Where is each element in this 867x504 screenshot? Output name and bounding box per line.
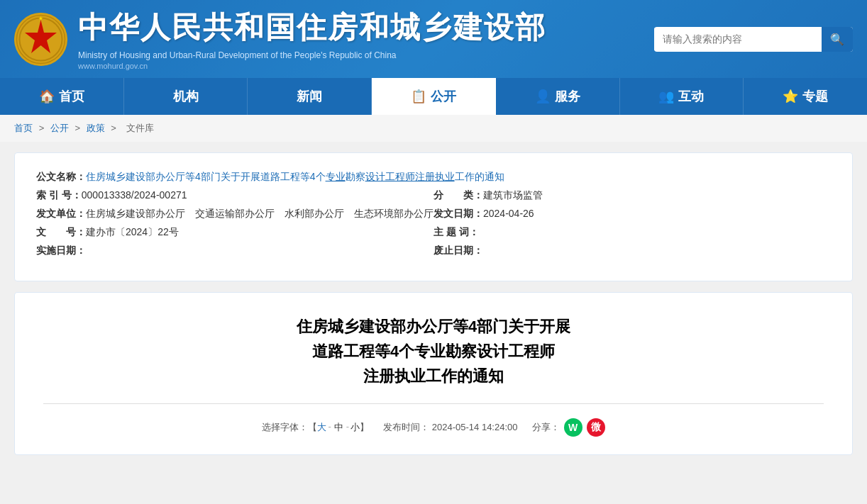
share-wechat-button[interactable]: W bbox=[564, 418, 582, 437]
search-button[interactable]: 🔍 bbox=[822, 27, 853, 52]
header-search: 🔍 bbox=[654, 27, 853, 52]
doc-category-label: 分 类： bbox=[434, 189, 483, 202]
interact-icon: 👥 bbox=[658, 89, 674, 104]
doc-grid: 索 引 号： 000013338/2024-00271 发文单位： 住房城乡建设… bbox=[36, 189, 831, 263]
logo bbox=[14, 13, 67, 66]
nav-item-org[interactable]: 机构 bbox=[124, 78, 248, 115]
nav-item-special[interactable]: ⭐ 专题 bbox=[744, 78, 867, 115]
nav-label-news: 新闻 bbox=[297, 88, 322, 105]
font-mid-button[interactable]: 中 bbox=[334, 421, 343, 434]
nav-label-home: 首页 bbox=[59, 88, 84, 105]
doc-issuer-row: 发文单位： 住房城乡建设部办公厅 交通运输部办公厅 水利部办公厅 生态环境部办公… bbox=[36, 208, 434, 220]
weibo-icon: 微 bbox=[591, 421, 601, 434]
doc-no-value: 建办市〔2024〕22号 bbox=[86, 226, 179, 239]
doc-col-right: 分 类： 建筑市场监管 发文日期： 2024-04-26 主 题 词： 废止日期… bbox=[434, 189, 831, 263]
article-title: 住房城乡建设部办公厅等4部门关于开展 道路工程等4个专业勘察设计工程师 注册执业… bbox=[43, 314, 824, 389]
pub-date: 2024-05-14 14:24:00 bbox=[432, 422, 518, 432]
header-title-cn: 中华人民共和国住房和城乡建设部 bbox=[78, 8, 546, 47]
doc-ref-value: 000013338/2024-00271 bbox=[82, 189, 187, 201]
share-section: 分享： W 微 bbox=[532, 418, 605, 437]
public-icon: 📋 bbox=[411, 89, 426, 104]
doc-expire-row: 废止日期： bbox=[434, 245, 831, 257]
doc-no-row: 文 号： 建办市〔2024〕22号 bbox=[36, 226, 434, 239]
doc-title-link[interactable]: 住房城乡建设部办公厅等4部门关于开展道路工程等4个专业勘察设计工程师注册执业工作… bbox=[86, 171, 504, 182]
wechat-icon: W bbox=[568, 422, 578, 433]
doc-subject-label: 主 题 词： bbox=[434, 226, 479, 239]
search-input[interactable] bbox=[654, 28, 822, 50]
doc-date-label: 发文日期： bbox=[434, 208, 483, 220]
font-large-button[interactable]: 大 bbox=[317, 421, 326, 434]
breadcrumb-home[interactable]: 首页 bbox=[14, 123, 33, 133]
content-wrap: 公文名称： 住房城乡建设部办公厅等4部门关于开展道路工程等4个专业勘察设计工程师… bbox=[0, 142, 867, 466]
article-meta: 选择字体： 【 大 - 中 - 小 】 发布时间： 2024-05-14 14:… bbox=[43, 418, 824, 437]
share-weibo-button[interactable]: 微 bbox=[587, 418, 605, 437]
main-nav: 🏠 首页 机构 新闻 📋 公开 👤 服务 👥 互动 ⭐ 专题 bbox=[0, 78, 867, 115]
nav-item-service[interactable]: 👤 服务 bbox=[496, 78, 620, 115]
special-icon: ⭐ bbox=[783, 89, 798, 104]
header-url: www.mohurd.gov.cn bbox=[78, 62, 546, 70]
doc-impl-label: 实施日期： bbox=[36, 245, 86, 257]
doc-no-label: 文 号： bbox=[36, 226, 86, 239]
doc-date-value: 2024-04-26 bbox=[483, 208, 534, 219]
doc-title-row: 公文名称： 住房城乡建设部办公厅等4部门关于开展道路工程等4个专业勘察设计工程师… bbox=[36, 171, 831, 184]
breadcrumb-policy[interactable]: 政策 bbox=[87, 123, 105, 133]
doc-subject-row: 主 题 词： bbox=[434, 226, 831, 239]
article-card: 住房城乡建设部办公厅等4部门关于开展 道路工程等4个专业勘察设计工程师 注册执业… bbox=[14, 292, 853, 455]
doc-title-label: 公文名称： bbox=[36, 171, 86, 184]
nav-item-interact[interactable]: 👥 互动 bbox=[620, 78, 744, 115]
nav-label-public: 公开 bbox=[431, 88, 456, 105]
doc-expire-label: 废止日期： bbox=[434, 245, 483, 257]
doc-col-left: 索 引 号： 000013338/2024-00271 发文单位： 住房城乡建设… bbox=[36, 189, 434, 263]
header-logo-title: 中华人民共和国住房和城乡建设部 Ministry of Housing and … bbox=[14, 8, 546, 70]
doc-issuer-value: 住房城乡建设部办公厅 交通运输部办公厅 水利部办公厅 生态环境部办公厅 bbox=[86, 208, 434, 220]
doc-ref-row: 索 引 号： 000013338/2024-00271 bbox=[36, 189, 434, 202]
doc-date-row: 发文日期： 2024-04-26 bbox=[434, 208, 831, 220]
service-icon: 👤 bbox=[535, 89, 551, 104]
nav-label-org: 机构 bbox=[173, 88, 199, 105]
nav-item-public[interactable]: 📋 公开 bbox=[372, 78, 496, 115]
pub-time: 发布时间： 2024-05-14 14:24:00 bbox=[383, 421, 517, 434]
breadcrumb-current: 文件库 bbox=[126, 123, 154, 133]
nav-label-special: 专题 bbox=[802, 88, 828, 105]
pub-label: 发布时间： bbox=[383, 422, 429, 432]
article-title-line2: 道路工程等4个专业勘察设计工程师 bbox=[43, 339, 824, 364]
font-small-button[interactable]: 小 bbox=[350, 421, 360, 434]
font-bracket-close: 】 bbox=[360, 421, 369, 434]
doc-category-value: 建筑市场监管 bbox=[483, 189, 543, 202]
page-header: 中华人民共和国住房和城乡建设部 Ministry of Housing and … bbox=[0, 0, 867, 78]
article-title-line1: 住房城乡建设部办公厅等4部门关于开展 bbox=[43, 314, 824, 339]
doc-title-value: 住房城乡建设部办公厅等4部门关于开展道路工程等4个专业勘察设计工程师注册执业工作… bbox=[86, 171, 504, 184]
article-title-line3: 注册执业工作的通知 bbox=[43, 364, 824, 388]
header-title-en: Ministry of Housing and Urban-Rural Deve… bbox=[78, 50, 546, 60]
breadcrumb-public[interactable]: 公开 bbox=[50, 123, 69, 133]
font-bracket-open: 【 bbox=[308, 421, 317, 434]
doc-category-row: 分 类： 建筑市场监管 bbox=[434, 189, 831, 202]
doc-info-card: 公文名称： 住房城乡建设部办公厅等4部门关于开展道路工程等4个专业勘察设计工程师… bbox=[14, 152, 853, 281]
home-icon: 🏠 bbox=[39, 89, 55, 104]
font-label: 选择字体： bbox=[262, 421, 308, 434]
header-title-block: 中华人民共和国住房和城乡建设部 Ministry of Housing and … bbox=[78, 8, 546, 70]
nav-item-home[interactable]: 🏠 首页 bbox=[0, 78, 124, 115]
doc-impl-row: 实施日期： bbox=[36, 245, 434, 257]
nav-item-news[interactable]: 新闻 bbox=[248, 78, 372, 115]
nav-label-interact: 互动 bbox=[678, 88, 704, 105]
font-size-selector: 选择字体： 【 大 - 中 - 小 】 bbox=[262, 421, 369, 434]
doc-ref-label: 索 引 号： bbox=[36, 189, 82, 202]
doc-issuer-label: 发文单位： bbox=[36, 208, 86, 220]
search-icon: 🔍 bbox=[830, 33, 844, 45]
breadcrumb: 首页 > 公开 > 政策 > 文件库 bbox=[0, 115, 867, 142]
article-divider bbox=[43, 403, 824, 404]
nav-label-service: 服务 bbox=[555, 88, 580, 105]
search-box: 🔍 bbox=[654, 27, 853, 52]
share-label: 分享： bbox=[532, 421, 560, 434]
